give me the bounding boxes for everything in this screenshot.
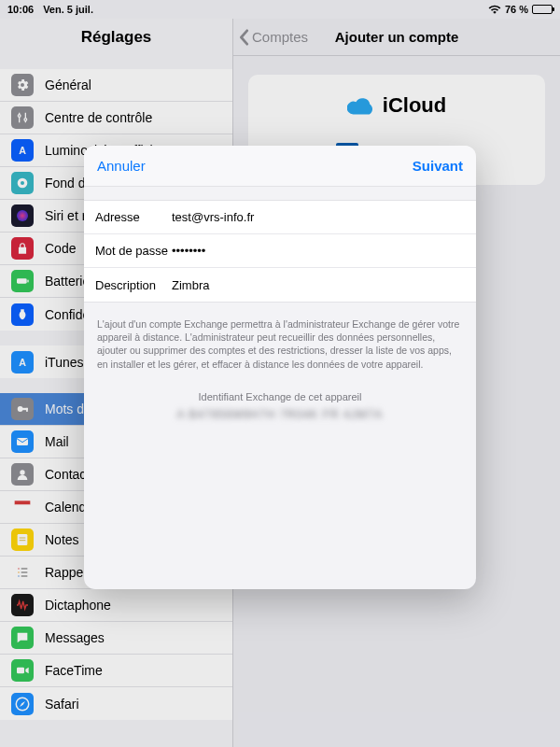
description-label: Description [95, 278, 172, 292]
cancel-button[interactable]: Annuler [97, 158, 146, 174]
exchange-form: Adresse Mot de passe Description [84, 200, 476, 303]
address-label: Adresse [95, 210, 172, 224]
address-input[interactable] [172, 210, 465, 224]
password-label: Mot de passe [95, 244, 172, 258]
modal-overlay: Annuler Suivant Adresse Mot de passe Des… [0, 0, 560, 747]
exchange-info-text: L'ajout d'un compte Exchange permettra à… [84, 303, 476, 378]
next-button[interactable]: Suivant [413, 158, 463, 174]
sheet-header: Annuler Suivant [84, 146, 476, 187]
exchange-sheet: Annuler Suivant Adresse Mot de passe Des… [84, 146, 476, 589]
device-id-value: A B47856M9H7H 7R04K FR 4JM7A [84, 408, 476, 421]
device-id-label: Identifiant Exchange de cet appareil [84, 391, 476, 402]
password-input[interactable] [172, 244, 465, 258]
description-input[interactable] [172, 278, 465, 292]
